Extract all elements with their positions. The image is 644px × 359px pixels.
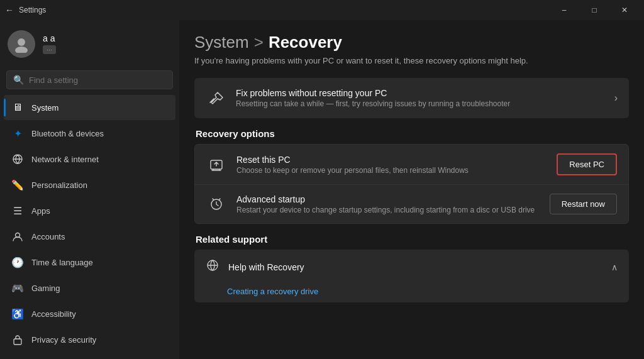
restart-now-button[interactable]: Restart now (550, 194, 617, 214)
sidebar-item-label: Bluetooth & devices (31, 129, 104, 138)
app-body: a a ··· 🔍 🖥 System ✦ Bluetooth & devices (0, 20, 644, 359)
sidebar-item-personalization[interactable]: ✏️ Personalization (4, 172, 175, 197)
sidebar-nav: 🖥 System ✦ Bluetooth & devices Network &… (0, 94, 179, 353)
reset-pc-title: Reset this PC (236, 155, 547, 165)
advanced-startup-text: Advanced startup Restart your device to … (236, 194, 540, 214)
apps-icon: ☰ (11, 204, 24, 217)
advanced-startup-card: Advanced startup Restart your device to … (195, 184, 628, 223)
recovery-drive-link[interactable]: Creating a recovery drive (194, 284, 629, 302)
advanced-startup-desc: Restart your device to change startup se… (236, 206, 540, 214)
reset-pc-text: Reset this PC Choose to keep or remove y… (236, 155, 547, 175)
search-input[interactable] (29, 75, 166, 85)
gaming-icon: 🎮 (11, 282, 24, 294)
fix-card-title: Fix problems without resetting your PC (236, 88, 604, 98)
network-icon (11, 153, 24, 165)
close-button[interactable]: ✕ (610, 0, 639, 20)
sidebar-item-label: Apps (31, 206, 50, 216)
personalization-icon: ✏️ (11, 179, 24, 191)
help-with-recovery-card: Help with Recovery ∧ Creating a recovery… (194, 250, 629, 302)
time-icon: 🕐 (11, 256, 24, 268)
help-card-header[interactable]: Help with Recovery ∧ (194, 250, 629, 284)
advanced-startup-icon (206, 194, 226, 214)
back-icon[interactable]: ← (5, 5, 14, 15)
sidebar-item-label: Gaming (31, 284, 60, 293)
sidebar-item-label: Network & internet (31, 155, 99, 164)
sidebar-item-label: Privacy & security (31, 335, 96, 345)
page-title: Recovery (269, 33, 342, 52)
svg-point-1 (15, 47, 28, 53)
recovery-options-title: Recovery options (194, 128, 629, 139)
page-description: If you're having problems with your PC o… (194, 56, 629, 65)
advanced-startup-title: Advanced startup (236, 194, 540, 204)
search-icon: 🔍 (13, 75, 24, 85)
maximize-button[interactable]: □ (580, 0, 609, 20)
accessibility-icon: ♿ (11, 307, 24, 320)
svg-rect-3 (14, 339, 21, 345)
sidebar-item-accounts[interactable]: Accounts (4, 224, 175, 249)
reset-icon (206, 155, 226, 175)
sidebar-item-network[interactable]: Network & internet (4, 146, 175, 172)
sidebar-item-label: Time & language (31, 258, 93, 267)
reset-pc-desc: Choose to keep or remove your personal f… (236, 166, 547, 175)
breadcrumb-separator: > (254, 33, 264, 52)
profile-info: a a ··· (43, 33, 56, 55)
sidebar-item-label: Accounts (31, 232, 65, 241)
sidebar-item-label: System (31, 103, 58, 113)
sidebar-item-accessibility[interactable]: ♿ Accessibility (4, 301, 175, 326)
sidebar-item-gaming[interactable]: 🎮 Gaming (4, 275, 175, 301)
search-box[interactable]: 🔍 (6, 70, 173, 89)
minimize-button[interactable]: – (550, 0, 579, 20)
titlebar-left: ← Settings (5, 5, 46, 15)
sidebar-item-bluetooth[interactable]: ✦ Bluetooth & devices (4, 121, 175, 146)
app-title: Settings (19, 6, 46, 14)
accounts-icon (11, 230, 24, 243)
system-icon: 🖥 (11, 101, 24, 114)
help-card-title: Help with Recovery (228, 262, 304, 272)
privacy-icon (11, 333, 24, 346)
svg-point-0 (18, 38, 25, 46)
reset-pc-card: Reset this PC Choose to keep or remove y… (195, 145, 628, 184)
breadcrumb: System > Recovery (194, 33, 629, 52)
titlebar: ← Settings – □ ✕ (0, 0, 644, 20)
fix-icon (206, 88, 226, 108)
fix-card-desc: Resetting can take a while — first, try … (236, 99, 604, 108)
fix-problems-card[interactable]: Fix problems without resetting your PC R… (194, 78, 629, 118)
help-globe-icon (206, 258, 219, 275)
bluetooth-icon: ✦ (11, 127, 24, 140)
breadcrumb-parent[interactable]: System (194, 33, 249, 52)
sidebar-item-label: Accessibility (31, 309, 76, 319)
chevron-up-icon: ∧ (611, 262, 618, 272)
sidebar-item-system[interactable]: 🖥 System (4, 95, 175, 120)
profile-name: a a (43, 33, 56, 43)
related-support-title: Related support (194, 234, 629, 245)
main-content: System > Recovery If you're having probl… (179, 20, 644, 359)
titlebar-controls: – □ ✕ (550, 0, 639, 20)
profile-section[interactable]: a a ··· (0, 20, 179, 68)
profile-sub: ··· (43, 45, 56, 54)
avatar (8, 30, 35, 58)
chevron-right-icon: › (614, 92, 618, 104)
recovery-group: Reset this PC Choose to keep or remove y… (194, 144, 629, 224)
reset-pc-button[interactable]: Reset PC (557, 153, 617, 175)
sidebar-item-privacy[interactable]: Privacy & security (4, 327, 175, 352)
sidebar: a a ··· 🔍 🖥 System ✦ Bluetooth & devices (0, 20, 179, 359)
fix-card-text: Fix problems without resetting your PC R… (236, 88, 604, 108)
sidebar-item-label: Personalization (31, 180, 87, 190)
sidebar-item-time[interactable]: 🕐 Time & language (4, 250, 175, 275)
sidebar-item-apps[interactable]: ☰ Apps (4, 198, 175, 223)
